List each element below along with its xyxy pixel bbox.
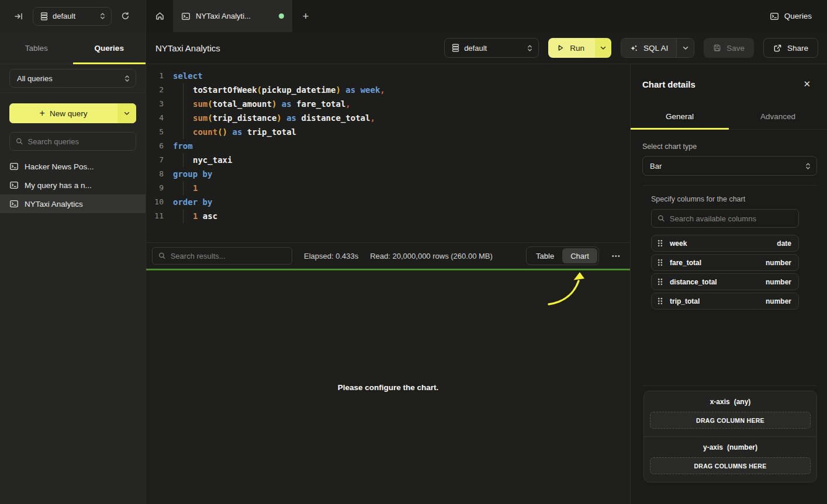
query-label: NYTaxi Analytics	[25, 200, 83, 208]
close-panel-button[interactable]: ✕	[803, 79, 811, 89]
select-chevrons-icon	[805, 162, 811, 170]
query-filter-row: All queries	[0, 64, 146, 88]
line-number: 8	[151, 167, 164, 181]
queries-button[interactable]: Queries	[770, 12, 812, 21]
sidebar-tab-tables[interactable]: Tables	[0, 32, 73, 64]
tab-advanced[interactable]: Advanced	[729, 104, 827, 129]
tab-general[interactable]: General	[631, 104, 729, 129]
column-chip[interactable]: distance_totalnumber	[651, 273, 799, 290]
search-columns-input[interactable]	[670, 214, 793, 223]
drag-handle-icon[interactable]	[658, 297, 663, 305]
x-axis-label: x-axis	[710, 398, 730, 406]
query-list: Hacker News Pos...My query has a n...NYT…	[0, 157, 146, 213]
sidebar-tab-queries[interactable]: Queries	[73, 32, 146, 64]
view-toggle-chart[interactable]: Chart	[562, 248, 597, 263]
sidebar-search	[9, 132, 136, 151]
run-options-caret[interactable]	[595, 38, 611, 58]
more-options-button[interactable]: •••	[611, 249, 622, 263]
save-button[interactable]: Save	[704, 38, 754, 58]
line-number: 1	[151, 69, 164, 83]
columns-section: Specify columns for the chart weekdatefa…	[651, 195, 799, 310]
column-name: week	[670, 239, 770, 248]
editor-column: 1select2toStartOfWeek(pickup_datetime) a…	[146, 64, 630, 504]
x-axis-section: x-axis(any) DRAG COLUMN HERE	[644, 391, 816, 436]
drag-handle-icon[interactable]	[658, 278, 663, 286]
run-database-select[interactable]: default	[444, 38, 539, 58]
chart-area: Please configure the chart.	[146, 270, 630, 504]
results-search	[152, 247, 292, 265]
save-label: Save	[726, 44, 745, 53]
query-label: My query has a n...	[25, 181, 92, 190]
run-database-value: default	[464, 44, 523, 53]
new-query-button[interactable]: + New query	[9, 103, 136, 123]
column-chip[interactable]: fare_totalnumber	[651, 254, 799, 271]
drag-handle-icon[interactable]	[658, 259, 663, 266]
query-list-item[interactable]: Hacker News Pos...	[0, 157, 146, 176]
line-number: 4	[151, 111, 164, 125]
query-list-item[interactable]: NYTaxi Analytics	[0, 194, 146, 213]
chevron-down-icon	[600, 46, 606, 50]
view-toggle-table[interactable]: Table	[528, 248, 562, 263]
sql-ai-main[interactable]: SQL AI	[621, 39, 676, 57]
x-axis-drop-zone[interactable]: DRAG COLUMN HERE	[650, 412, 811, 429]
column-type: date	[777, 239, 791, 248]
database-icon	[40, 12, 48, 20]
column-chip[interactable]: weekdate	[651, 235, 799, 252]
query-list-item[interactable]: My query has a n...	[0, 176, 146, 194]
y-axis-section: y-axis(number) DRAG COLUMNS HERE	[644, 436, 816, 482]
columns-search	[651, 209, 799, 228]
read-stat: Read: 20,000,000 rows (260.00 MB)	[370, 252, 493, 260]
tab-nytaxi-analytics[interactable]: NYTaxi Analyti...	[173, 0, 292, 32]
code-text: select	[173, 69, 203, 83]
sidebar: Tables Queries All queries + New query	[0, 32, 146, 504]
main-toolbar: NYTaxi Analytics default Run	[146, 32, 827, 64]
collapse-sidebar-button[interactable]	[12, 9, 26, 23]
sql-ai-button[interactable]: SQL AI	[621, 38, 694, 58]
code-line: 8group by	[151, 167, 630, 181]
query-filter-value: All queries	[17, 74, 120, 83]
chevron-down-icon	[124, 112, 130, 116]
column-type: number	[766, 297, 791, 305]
y-axis-constraint: (number)	[727, 443, 757, 451]
column-name: distance_total	[670, 278, 759, 286]
run-label: Run	[570, 44, 584, 53]
line-number: 10	[151, 195, 164, 209]
code-line: 91	[151, 181, 630, 195]
code-text: sum(trip_distance) as distance_total,	[173, 111, 375, 125]
play-icon	[556, 44, 565, 52]
new-query-main: + New query	[9, 103, 117, 123]
y-axis-drop-zone[interactable]: DRAG COLUMNS HERE	[650, 457, 811, 474]
new-tab-button[interactable]: +	[292, 0, 319, 32]
new-query-caret[interactable]	[117, 103, 136, 123]
view-toggle: Table Chart	[526, 246, 599, 265]
curved-arrow-annotation	[545, 272, 592, 311]
home-tab-button[interactable]	[146, 0, 173, 32]
share-button[interactable]: Share	[763, 38, 818, 58]
code-line: 10order by	[151, 195, 630, 209]
topbar: default NYTaxi Analyti... + Queries	[0, 0, 827, 32]
run-button[interactable]: Run	[548, 38, 611, 58]
code-text: toStartOfWeek(pickup_datetime) as week,	[173, 83, 385, 97]
refresh-icon	[121, 12, 130, 20]
column-chip[interactable]: trip_totalnumber	[651, 293, 799, 310]
y-axis-label: y-axis	[703, 443, 723, 451]
chart-type-select[interactable]: Bar	[642, 156, 817, 176]
drag-handle-icon[interactable]	[658, 239, 663, 247]
select-chevrons-icon	[527, 44, 532, 52]
sql-editor[interactable]: 1select2toStartOfWeek(pickup_datetime) a…	[146, 64, 630, 242]
x-axis-label-row: x-axis(any)	[650, 398, 811, 406]
search-results-input[interactable]	[171, 252, 286, 260]
spacer	[642, 310, 817, 385]
sql-ai-caret[interactable]	[676, 39, 694, 57]
code-text: from	[173, 139, 193, 153]
query-filter-select[interactable]: All queries	[9, 69, 136, 88]
sparkles-icon	[629, 44, 638, 53]
search-icon	[158, 252, 166, 260]
run-button-main[interactable]: Run	[548, 38, 595, 58]
refresh-button[interactable]	[119, 9, 132, 23]
unsaved-changes-dot	[279, 13, 284, 19]
x-axis-constraint: (any)	[734, 398, 751, 406]
search-queries-input[interactable]	[28, 137, 130, 146]
database-select[interactable]: default	[33, 7, 112, 26]
share-icon	[773, 44, 782, 53]
